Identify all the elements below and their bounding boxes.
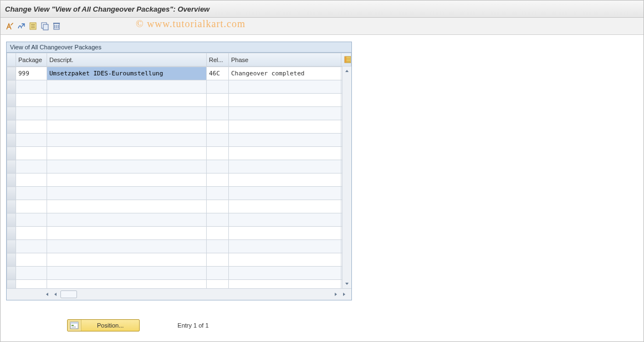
- scroll-up-icon[interactable]: [343, 67, 351, 75]
- cell-descript[interactable]: [47, 147, 207, 160]
- cell-phase[interactable]: [229, 173, 341, 187]
- scroll-last-icon[interactable]: [341, 290, 349, 298]
- table-row[interactable]: [7, 80, 351, 94]
- cell-phase[interactable]: [229, 80, 341, 94]
- cell-package[interactable]: [16, 107, 47, 120]
- row-selector[interactable]: [7, 94, 16, 107]
- toggle-display-change-icon[interactable]: [5, 21, 15, 31]
- row-selector[interactable]: [7, 173, 16, 187]
- cell-phase[interactable]: [229, 134, 341, 147]
- delete-icon[interactable]: [52, 21, 62, 31]
- cell-descript[interactable]: [47, 94, 207, 107]
- cell-package[interactable]: [16, 187, 47, 200]
- cell-package[interactable]: [16, 280, 47, 289]
- table-row[interactable]: [7, 227, 351, 240]
- cell-rel[interactable]: [207, 160, 229, 173]
- row-selector[interactable]: [7, 187, 16, 200]
- col-package[interactable]: Package: [16, 53, 47, 67]
- cell-phase[interactable]: [229, 94, 341, 107]
- select-all-header[interactable]: [7, 53, 16, 67]
- new-entries-icon[interactable]: [28, 21, 38, 31]
- cell-package[interactable]: [16, 120, 47, 134]
- cell-rel[interactable]: [207, 187, 229, 200]
- table-row[interactable]: [7, 120, 351, 134]
- row-selector[interactable]: [7, 160, 16, 173]
- table-row[interactable]: [7, 134, 351, 147]
- scroll-thumb[interactable]: [60, 290, 77, 298]
- cell-phase[interactable]: [229, 107, 341, 120]
- scroll-right-icon[interactable]: [332, 290, 340, 298]
- vertical-scrollbar[interactable]: [342, 67, 351, 288]
- cell-package[interactable]: [16, 200, 47, 213]
- row-selector[interactable]: [7, 107, 16, 120]
- cell-rel[interactable]: [207, 134, 229, 147]
- cell-phase[interactable]: Changeover completed: [229, 67, 341, 80]
- table-row[interactable]: 999Umsetzpaket IDES-Euroumstellung46CCha…: [7, 67, 351, 80]
- cell-package[interactable]: [16, 240, 47, 253]
- cell-descript[interactable]: [47, 134, 207, 147]
- cell-descript[interactable]: [47, 107, 207, 120]
- cell-phase[interactable]: [229, 187, 341, 200]
- cell-descript[interactable]: [47, 240, 207, 253]
- table-row[interactable]: [7, 107, 351, 120]
- scroll-first-icon[interactable]: [43, 290, 50, 298]
- cell-descript[interactable]: [47, 187, 207, 200]
- cell-rel[interactable]: [207, 80, 229, 94]
- cell-descript[interactable]: [47, 80, 207, 94]
- cell-rel[interactable]: [207, 213, 229, 227]
- cell-descript[interactable]: [47, 227, 207, 240]
- horizontal-scrollbar[interactable]: [7, 288, 351, 300]
- cell-package[interactable]: [16, 173, 47, 187]
- cell-package[interactable]: [16, 213, 47, 227]
- cell-phase[interactable]: [229, 253, 341, 267]
- cell-descript[interactable]: Umsetzpaket IDES-Euroumstellung: [47, 67, 207, 80]
- cell-package[interactable]: [16, 160, 47, 173]
- cell-phase[interactable]: [229, 200, 341, 213]
- cell-descript[interactable]: [47, 160, 207, 173]
- row-selector[interactable]: [7, 227, 16, 240]
- cell-package[interactable]: [16, 253, 47, 267]
- table-row[interactable]: [7, 213, 351, 227]
- table-row[interactable]: [7, 280, 351, 289]
- scroll-left-icon[interactable]: [52, 290, 59, 298]
- table-row[interactable]: [7, 187, 351, 200]
- col-descript[interactable]: Descript.: [47, 53, 207, 67]
- other-entry-icon[interactable]: [17, 21, 27, 31]
- row-selector[interactable]: [7, 280, 16, 289]
- cell-phase[interactable]: [229, 160, 341, 173]
- row-selector[interactable]: [7, 80, 16, 94]
- cell-package[interactable]: [16, 267, 47, 280]
- cell-package[interactable]: 999: [16, 67, 47, 80]
- col-phase[interactable]: Phase: [229, 53, 341, 67]
- copy-as-icon[interactable]: [40, 21, 50, 31]
- cell-rel[interactable]: [207, 240, 229, 253]
- cell-descript[interactable]: [47, 173, 207, 187]
- position-button[interactable]: Position...: [67, 319, 140, 331]
- row-selector[interactable]: [7, 213, 16, 227]
- table-row[interactable]: [7, 253, 351, 267]
- table-row[interactable]: [7, 173, 351, 187]
- cell-rel[interactable]: 46C: [207, 67, 229, 80]
- cell-phase[interactable]: [229, 227, 341, 240]
- row-selector[interactable]: [7, 147, 16, 160]
- cell-package[interactable]: [16, 134, 47, 147]
- cell-rel[interactable]: [207, 147, 229, 160]
- cell-package[interactable]: [16, 80, 47, 94]
- cell-rel[interactable]: [207, 120, 229, 134]
- cell-rel[interactable]: [207, 200, 229, 213]
- cell-phase[interactable]: [229, 280, 341, 289]
- scroll-down-icon[interactable]: [343, 280, 351, 288]
- table-row[interactable]: [7, 94, 351, 107]
- cell-phase[interactable]: [229, 240, 341, 253]
- table-row[interactable]: [7, 147, 351, 160]
- row-selector[interactable]: [7, 200, 16, 213]
- cell-rel[interactable]: [207, 173, 229, 187]
- row-selector[interactable]: [7, 120, 16, 134]
- cell-descript[interactable]: [47, 253, 207, 267]
- cell-rel[interactable]: [207, 94, 229, 107]
- cell-rel[interactable]: [207, 280, 229, 289]
- row-selector[interactable]: [7, 67, 16, 80]
- cell-phase[interactable]: [229, 147, 341, 160]
- row-selector[interactable]: [7, 240, 16, 253]
- cell-package[interactable]: [16, 147, 47, 160]
